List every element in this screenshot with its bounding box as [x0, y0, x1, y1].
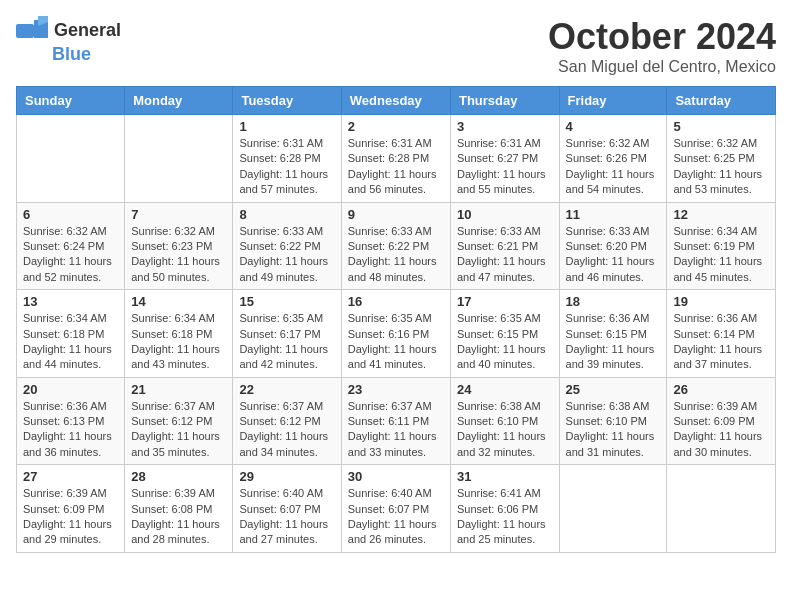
day-info: Sunrise: 6:39 AM Sunset: 6:09 PM Dayligh… [23, 486, 118, 548]
day-number: 9 [348, 207, 444, 222]
day-info: Sunrise: 6:32 AM Sunset: 6:25 PM Dayligh… [673, 136, 769, 198]
day-number: 14 [131, 294, 226, 309]
calendar-cell: 5Sunrise: 6:32 AM Sunset: 6:25 PM Daylig… [667, 115, 776, 203]
day-number: 7 [131, 207, 226, 222]
calendar-cell: 23Sunrise: 6:37 AM Sunset: 6:11 PM Dayli… [341, 377, 450, 465]
calendar-cell: 29Sunrise: 6:40 AM Sunset: 6:07 PM Dayli… [233, 465, 341, 553]
day-info: Sunrise: 6:32 AM Sunset: 6:23 PM Dayligh… [131, 224, 226, 286]
day-number: 10 [457, 207, 553, 222]
calendar-cell: 25Sunrise: 6:38 AM Sunset: 6:10 PM Dayli… [559, 377, 667, 465]
day-info: Sunrise: 6:33 AM Sunset: 6:21 PM Dayligh… [457, 224, 553, 286]
calendar-cell: 26Sunrise: 6:39 AM Sunset: 6:09 PM Dayli… [667, 377, 776, 465]
day-info: Sunrise: 6:32 AM Sunset: 6:24 PM Dayligh… [23, 224, 118, 286]
weekday-header-row: SundayMondayTuesdayWednesdayThursdayFrid… [17, 87, 776, 115]
day-number: 22 [239, 382, 334, 397]
day-info: Sunrise: 6:41 AM Sunset: 6:06 PM Dayligh… [457, 486, 553, 548]
calendar-cell: 8Sunrise: 6:33 AM Sunset: 6:22 PM Daylig… [233, 202, 341, 290]
day-number: 12 [673, 207, 769, 222]
logo-blue: Blue [52, 44, 91, 65]
calendar-week-row: 13Sunrise: 6:34 AM Sunset: 6:18 PM Dayli… [17, 290, 776, 378]
day-info: Sunrise: 6:38 AM Sunset: 6:10 PM Dayligh… [566, 399, 661, 461]
weekday-header: Saturday [667, 87, 776, 115]
calendar-cell: 15Sunrise: 6:35 AM Sunset: 6:17 PM Dayli… [233, 290, 341, 378]
calendar-cell: 14Sunrise: 6:34 AM Sunset: 6:18 PM Dayli… [125, 290, 233, 378]
day-info: Sunrise: 6:37 AM Sunset: 6:12 PM Dayligh… [131, 399, 226, 461]
weekday-header: Sunday [17, 87, 125, 115]
calendar-cell: 2Sunrise: 6:31 AM Sunset: 6:28 PM Daylig… [341, 115, 450, 203]
calendar-cell: 20Sunrise: 6:36 AM Sunset: 6:13 PM Dayli… [17, 377, 125, 465]
day-info: Sunrise: 6:32 AM Sunset: 6:26 PM Dayligh… [566, 136, 661, 198]
calendar-cell [559, 465, 667, 553]
weekday-header: Tuesday [233, 87, 341, 115]
day-number: 11 [566, 207, 661, 222]
day-number: 15 [239, 294, 334, 309]
weekday-header: Friday [559, 87, 667, 115]
day-number: 29 [239, 469, 334, 484]
calendar: SundayMondayTuesdayWednesdayThursdayFrid… [16, 86, 776, 553]
calendar-cell: 9Sunrise: 6:33 AM Sunset: 6:22 PM Daylig… [341, 202, 450, 290]
day-info: Sunrise: 6:31 AM Sunset: 6:28 PM Dayligh… [348, 136, 444, 198]
weekday-header: Wednesday [341, 87, 450, 115]
day-info: Sunrise: 6:39 AM Sunset: 6:09 PM Dayligh… [673, 399, 769, 461]
day-number: 18 [566, 294, 661, 309]
calendar-cell: 31Sunrise: 6:41 AM Sunset: 6:06 PM Dayli… [450, 465, 559, 553]
day-info: Sunrise: 6:36 AM Sunset: 6:15 PM Dayligh… [566, 311, 661, 373]
day-number: 17 [457, 294, 553, 309]
logo: General Blue [16, 16, 121, 65]
calendar-cell: 13Sunrise: 6:34 AM Sunset: 6:18 PM Dayli… [17, 290, 125, 378]
day-info: Sunrise: 6:34 AM Sunset: 6:19 PM Dayligh… [673, 224, 769, 286]
day-number: 8 [239, 207, 334, 222]
calendar-cell: 10Sunrise: 6:33 AM Sunset: 6:21 PM Dayli… [450, 202, 559, 290]
day-info: Sunrise: 6:34 AM Sunset: 6:18 PM Dayligh… [23, 311, 118, 373]
day-info: Sunrise: 6:36 AM Sunset: 6:14 PM Dayligh… [673, 311, 769, 373]
day-info: Sunrise: 6:36 AM Sunset: 6:13 PM Dayligh… [23, 399, 118, 461]
day-info: Sunrise: 6:33 AM Sunset: 6:20 PM Dayligh… [566, 224, 661, 286]
weekday-header: Thursday [450, 87, 559, 115]
day-number: 27 [23, 469, 118, 484]
weekday-header: Monday [125, 87, 233, 115]
day-number: 19 [673, 294, 769, 309]
calendar-cell: 21Sunrise: 6:37 AM Sunset: 6:12 PM Dayli… [125, 377, 233, 465]
day-number: 13 [23, 294, 118, 309]
day-number: 31 [457, 469, 553, 484]
day-info: Sunrise: 6:33 AM Sunset: 6:22 PM Dayligh… [239, 224, 334, 286]
calendar-cell: 22Sunrise: 6:37 AM Sunset: 6:12 PM Dayli… [233, 377, 341, 465]
calendar-cell [667, 465, 776, 553]
day-info: Sunrise: 6:34 AM Sunset: 6:18 PM Dayligh… [131, 311, 226, 373]
calendar-cell: 6Sunrise: 6:32 AM Sunset: 6:24 PM Daylig… [17, 202, 125, 290]
day-info: Sunrise: 6:31 AM Sunset: 6:28 PM Dayligh… [239, 136, 334, 198]
day-info: Sunrise: 6:40 AM Sunset: 6:07 PM Dayligh… [348, 486, 444, 548]
calendar-week-row: 6Sunrise: 6:32 AM Sunset: 6:24 PM Daylig… [17, 202, 776, 290]
calendar-cell: 11Sunrise: 6:33 AM Sunset: 6:20 PM Dayli… [559, 202, 667, 290]
day-info: Sunrise: 6:35 AM Sunset: 6:17 PM Dayligh… [239, 311, 334, 373]
day-info: Sunrise: 6:40 AM Sunset: 6:07 PM Dayligh… [239, 486, 334, 548]
logo-icon [16, 16, 48, 44]
calendar-cell: 30Sunrise: 6:40 AM Sunset: 6:07 PM Dayli… [341, 465, 450, 553]
calendar-cell: 16Sunrise: 6:35 AM Sunset: 6:16 PM Dayli… [341, 290, 450, 378]
month-title: October 2024 [548, 16, 776, 58]
calendar-cell: 28Sunrise: 6:39 AM Sunset: 6:08 PM Dayli… [125, 465, 233, 553]
calendar-cell: 19Sunrise: 6:36 AM Sunset: 6:14 PM Dayli… [667, 290, 776, 378]
calendar-week-row: 20Sunrise: 6:36 AM Sunset: 6:13 PM Dayli… [17, 377, 776, 465]
day-info: Sunrise: 6:38 AM Sunset: 6:10 PM Dayligh… [457, 399, 553, 461]
day-number: 4 [566, 119, 661, 134]
day-number: 25 [566, 382, 661, 397]
calendar-cell: 17Sunrise: 6:35 AM Sunset: 6:15 PM Dayli… [450, 290, 559, 378]
calendar-cell: 12Sunrise: 6:34 AM Sunset: 6:19 PM Dayli… [667, 202, 776, 290]
logo-general: General [54, 20, 121, 41]
title-block: October 2024 San Miguel del Centro, Mexi… [548, 16, 776, 76]
day-info: Sunrise: 6:39 AM Sunset: 6:08 PM Dayligh… [131, 486, 226, 548]
calendar-cell: 18Sunrise: 6:36 AM Sunset: 6:15 PM Dayli… [559, 290, 667, 378]
calendar-cell: 4Sunrise: 6:32 AM Sunset: 6:26 PM Daylig… [559, 115, 667, 203]
day-number: 2 [348, 119, 444, 134]
day-number: 28 [131, 469, 226, 484]
day-info: Sunrise: 6:37 AM Sunset: 6:11 PM Dayligh… [348, 399, 444, 461]
page-header: General Blue October 2024 San Miguel del… [16, 16, 776, 76]
location: San Miguel del Centro, Mexico [548, 58, 776, 76]
day-info: Sunrise: 6:35 AM Sunset: 6:16 PM Dayligh… [348, 311, 444, 373]
calendar-week-row: 27Sunrise: 6:39 AM Sunset: 6:09 PM Dayli… [17, 465, 776, 553]
day-info: Sunrise: 6:35 AM Sunset: 6:15 PM Dayligh… [457, 311, 553, 373]
calendar-cell: 24Sunrise: 6:38 AM Sunset: 6:10 PM Dayli… [450, 377, 559, 465]
day-info: Sunrise: 6:31 AM Sunset: 6:27 PM Dayligh… [457, 136, 553, 198]
day-number: 6 [23, 207, 118, 222]
